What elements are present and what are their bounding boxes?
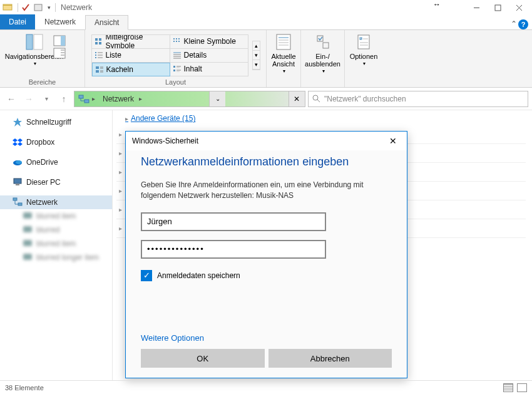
svg-rect-60 xyxy=(84,100,89,103)
chevron-down-icon: ▾ xyxy=(363,60,366,68)
gallery-more-icon[interactable]: ▾ xyxy=(253,60,260,70)
qat-divider-2 xyxy=(55,3,56,12)
computer-icon xyxy=(23,225,33,235)
ribbon-collapse-icon[interactable]: ⌃ xyxy=(511,19,517,29)
sidebar-this-pc[interactable]: Dieser PC xyxy=(0,175,112,189)
svg-marker-67 xyxy=(18,138,23,142)
details-pane-icon[interactable] xyxy=(53,48,66,59)
username-input[interactable] xyxy=(141,212,326,231)
sidebar-network-child[interactable]: blurred longer item xyxy=(0,251,112,264)
svg-point-63 xyxy=(313,95,318,100)
svg-rect-10 xyxy=(61,36,65,46)
breadcrumb-root-icon[interactable]: ▸ xyxy=(74,95,99,103)
ok-button[interactable]: OK xyxy=(141,349,265,368)
svg-rect-16 xyxy=(99,38,101,41)
current-view-button[interactable]: Aktuelle Ansicht▾ xyxy=(269,33,299,75)
sidebar-quick-access[interactable]: Schnellzugriff xyxy=(0,115,112,129)
recent-locations-button[interactable]: ▾ xyxy=(39,91,54,106)
svg-rect-1 xyxy=(3,5,12,6)
svg-rect-22 xyxy=(173,41,175,42)
address-refresh-button[interactable]: ✕ xyxy=(289,91,305,106)
group-other-devices[interactable]: ▸ Andere Geräte (15) xyxy=(119,114,526,125)
maximize-button[interactable] xyxy=(487,0,508,15)
tab-file[interactable]: Datei xyxy=(0,14,35,29)
show-hide-button[interactable]: Ein-/ ausblenden▾ xyxy=(308,33,338,75)
svg-rect-25 xyxy=(95,52,96,53)
gallery-up-icon[interactable]: ▴ xyxy=(253,41,260,51)
gallery-down-icon[interactable]: ▾ xyxy=(253,51,260,60)
navigation-pane-button[interactable]: Navigationsbereich ▾ xyxy=(19,33,49,68)
svg-rect-20 xyxy=(176,38,177,39)
remember-label: Anmeldedaten speichern xyxy=(157,271,240,280)
window-title: Netzwerk xyxy=(61,3,92,12)
qat-dropdown-icon[interactable]: ▾ xyxy=(46,4,53,11)
sidebar-item-label: Netzwerk xyxy=(26,198,58,207)
svg-rect-54 xyxy=(358,35,369,49)
view-details-icon[interactable] xyxy=(503,383,513,392)
layout-gallery-scroll[interactable]: ▴ ▾ ▾ xyxy=(252,41,260,70)
password-input[interactable] xyxy=(141,240,326,259)
svg-rect-35 xyxy=(96,66,99,69)
minimize-button[interactable] xyxy=(466,0,487,15)
svg-rect-21 xyxy=(178,38,180,39)
window-titlebar: ▾ Netzwerk ↔ xyxy=(0,0,532,15)
tab-view[interactable]: Ansicht xyxy=(85,15,128,30)
sidebar-network-child[interactable]: blurred item xyxy=(0,237,112,251)
back-button[interactable]: ← xyxy=(4,91,19,106)
view-large-icons-icon[interactable] xyxy=(517,383,527,392)
layout-tiles[interactable]: Kacheln xyxy=(92,63,170,76)
forward-button[interactable]: → xyxy=(21,91,36,106)
sidebar-dropbox[interactable]: Dropbox xyxy=(0,135,112,149)
current-view-label: Aktuelle Ansicht xyxy=(269,53,299,68)
more-options-link[interactable]: Weitere Optionen xyxy=(141,333,392,343)
computer-icon xyxy=(23,252,33,262)
layout-small-icons[interactable]: Kleine Symbole xyxy=(170,35,248,49)
svg-rect-17 xyxy=(95,42,98,44)
layout-list[interactable]: Liste xyxy=(92,49,170,63)
breadcrumb-network[interactable]: Netzwerk▸ xyxy=(99,95,146,103)
qat-properties-icon[interactable] xyxy=(21,3,31,13)
preview-pane-icon[interactable] xyxy=(53,35,66,46)
up-button[interactable]: ↑ xyxy=(56,91,71,106)
options-button[interactable]: Optionen ▾ xyxy=(349,33,379,68)
sidebar-network-child[interactable]: blurred item xyxy=(0,209,112,223)
svg-rect-41 xyxy=(173,66,175,68)
search-box[interactable] xyxy=(308,91,528,107)
pin-icon xyxy=(13,117,23,127)
checkbox-check-icon: ✓ xyxy=(141,270,152,281)
svg-rect-81 xyxy=(24,254,31,259)
sidebar-network[interactable]: Netzwerk xyxy=(0,195,112,209)
address-bar[interactable]: ▸ Netzwerk▸ ⌄ ✕ xyxy=(74,91,305,107)
qat-new-folder-icon[interactable] xyxy=(33,3,43,13)
sidebar-item-label: Schnellzugriff xyxy=(26,118,71,127)
address-dropdown-button[interactable]: ⌄ xyxy=(209,91,225,106)
tab-network[interactable]: Netzwerk xyxy=(35,14,85,29)
qat-divider xyxy=(18,3,18,12)
show-hide-label: Ein-/ ausblenden xyxy=(305,53,340,68)
panes-group-label: Bereiche xyxy=(29,78,56,86)
sidebar-onedrive[interactable]: OneDrive xyxy=(0,155,112,169)
cancel-button[interactable]: Abbrechen xyxy=(269,349,392,368)
sidebar-network-child[interactable]: blurred xyxy=(0,223,112,237)
svg-rect-79 xyxy=(24,227,31,232)
remember-checkbox[interactable]: ✓ Anmeldedaten speichern xyxy=(141,270,392,281)
status-bar: 38 Elemente xyxy=(0,380,532,394)
search-input[interactable] xyxy=(324,95,524,103)
svg-line-64 xyxy=(317,100,320,102)
svg-marker-65 xyxy=(13,118,22,127)
svg-rect-80 xyxy=(24,241,31,246)
ribbon: Navigationsbereich ▾ Bereiche Mittelgroß… xyxy=(0,30,532,88)
layout-gallery[interactable]: Mittelgroße Symbole Kleine Symbole Liste… xyxy=(91,34,248,76)
close-button[interactable] xyxy=(508,0,529,15)
svg-rect-29 xyxy=(95,57,96,58)
layout-details[interactable]: Details xyxy=(170,49,248,63)
layout-content[interactable]: Inhalt xyxy=(170,63,248,76)
svg-point-71 xyxy=(16,160,22,164)
help-icon[interactable]: ? xyxy=(518,19,528,29)
svg-rect-18 xyxy=(99,42,101,44)
resize-icon[interactable]: ↔ xyxy=(433,0,441,15)
dialog-close-button[interactable]: ✕ xyxy=(386,135,401,147)
layout-medium-icons[interactable]: Mittelgroße Symbole xyxy=(92,35,170,49)
svg-rect-7 xyxy=(26,34,33,49)
options-label: Optionen xyxy=(350,53,378,60)
